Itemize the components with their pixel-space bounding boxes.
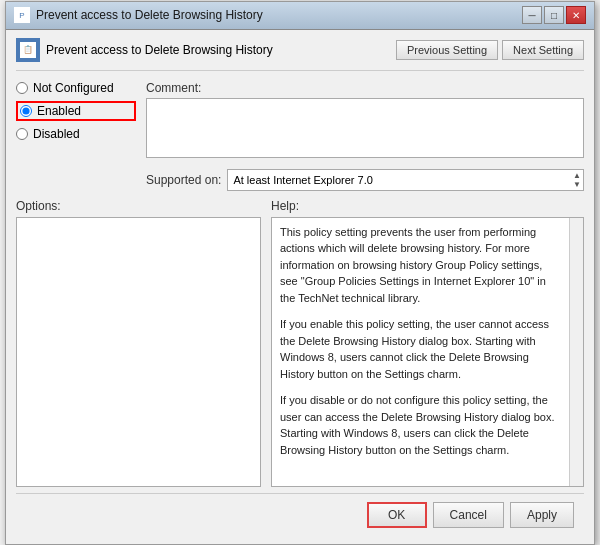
help-content: This policy setting prevents the user fr… (280, 224, 575, 459)
title-bar-controls: ─ □ ✕ (522, 6, 586, 24)
radio-panel: Not Configured Enabled Disabled (16, 81, 136, 191)
help-paragraph-2: If you enable this policy setting, the u… (280, 316, 561, 382)
policy-icon-box: 📋 (16, 38, 40, 62)
help-paragraph-1: This policy setting prevents the user fr… (280, 224, 561, 307)
enabled-label: Enabled (37, 104, 81, 118)
disabled-option[interactable]: Disabled (16, 127, 136, 141)
disabled-radio[interactable] (16, 128, 28, 140)
previous-setting-button[interactable]: Previous Setting (396, 40, 498, 60)
ok-button[interactable]: OK (367, 502, 427, 528)
supported-row: Supported on: At least Internet Explorer… (146, 169, 584, 191)
not-configured-label: Not Configured (33, 81, 114, 95)
not-configured-option[interactable]: Not Configured (16, 81, 136, 95)
comment-group: Comment: (146, 81, 584, 161)
nav-buttons: Previous Setting Next Setting (396, 40, 584, 60)
disabled-label: Disabled (33, 127, 80, 141)
dialog-content: 📋 Prevent access to Delete Browsing Hist… (6, 30, 594, 544)
window-title: Prevent access to Delete Browsing Histor… (36, 8, 263, 22)
main-window: P Prevent access to Delete Browsing Hist… (5, 1, 595, 545)
bottom-section: Options: Help: This policy setting preve… (16, 199, 584, 487)
footer: OK Cancel Apply (16, 493, 584, 536)
options-label: Options: (16, 199, 261, 213)
title-bar-left: P Prevent access to Delete Browsing Hist… (14, 7, 263, 23)
supported-value-text: At least Internet Explorer 7.0 (233, 174, 372, 186)
not-configured-radio[interactable] (16, 82, 28, 94)
options-panel: Options: (16, 199, 261, 487)
supported-scroll-arrows: ▲ ▼ (573, 171, 581, 189)
help-box[interactable]: This policy setting prevents the user fr… (271, 217, 584, 487)
apply-button[interactable]: Apply (510, 502, 574, 528)
next-setting-button[interactable]: Next Setting (502, 40, 584, 60)
help-paragraph-3: If you disable or do not configure this … (280, 392, 561, 458)
policy-icon-inner: P (14, 7, 30, 23)
window-icon: P (14, 7, 30, 23)
close-button[interactable]: ✕ (566, 6, 586, 24)
cancel-button[interactable]: Cancel (433, 502, 504, 528)
comment-label: Comment: (146, 81, 584, 95)
enabled-option[interactable]: Enabled (16, 101, 136, 121)
middle-section: Not Configured Enabled Disabled Comment: (16, 81, 584, 191)
help-scrollbar[interactable] (569, 218, 583, 486)
enabled-radio[interactable] (20, 105, 32, 117)
right-panel: Comment: Supported on: At least Internet… (146, 81, 584, 191)
top-section: 📋 Prevent access to Delete Browsing Hist… (16, 38, 584, 71)
supported-label: Supported on: (146, 173, 221, 187)
radio-group: Not Configured Enabled Disabled (16, 81, 136, 141)
title-bar: P Prevent access to Delete Browsing Hist… (6, 2, 594, 30)
help-label: Help: (271, 199, 584, 213)
policy-title-text: Prevent access to Delete Browsing Histor… (46, 43, 273, 57)
supported-value-box: At least Internet Explorer 7.0 ▲ ▼ (227, 169, 584, 191)
policy-icon-small: 📋 (20, 42, 36, 58)
comment-textarea[interactable] (146, 98, 584, 158)
minimize-button[interactable]: ─ (522, 6, 542, 24)
help-panel: Help: This policy setting prevents the u… (271, 199, 584, 487)
policy-title-row: 📋 Prevent access to Delete Browsing Hist… (16, 38, 273, 62)
options-box (16, 217, 261, 487)
maximize-button[interactable]: □ (544, 6, 564, 24)
